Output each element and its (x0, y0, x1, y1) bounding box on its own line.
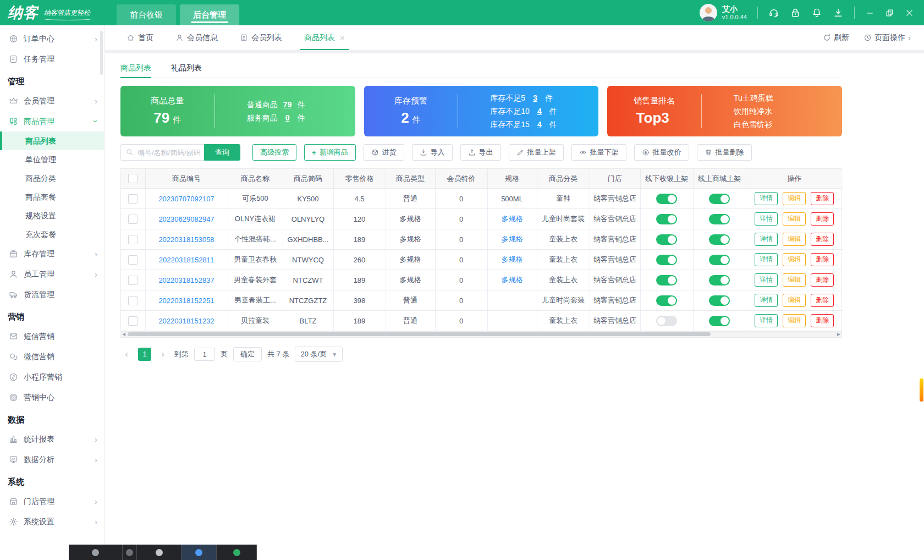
product-code-link[interactable]: 20220318152251 (158, 297, 214, 305)
detail-button[interactable]: 详情 (755, 273, 778, 287)
product-code-link[interactable]: 20220318153058 (158, 235, 214, 244)
sidebar-subitem-goods-combo[interactable]: 商品套餐 (0, 188, 104, 206)
row-checkbox[interactable] (128, 255, 138, 265)
tab-front-cashier[interactable]: 前台收银 (117, 4, 176, 25)
sidebar-item-sms-marketing[interactable]: 短信营销 (0, 326, 104, 347)
sidebar-item-system-setting[interactable]: 系统设置› (0, 512, 104, 532)
advanced-search-button[interactable]: 高级搜索 (252, 144, 296, 161)
offline-shelf-toggle[interactable] (656, 234, 677, 245)
edit-button[interactable]: 编辑 (783, 294, 806, 307)
scroll-left-icon[interactable]: ◀ (122, 332, 125, 337)
sidebar-item-miniapp-marketing[interactable]: 小程序营销 (0, 367, 104, 387)
delete-button[interactable]: 删除 (811, 233, 834, 246)
tab-backend-manage[interactable]: 后台管理 (180, 4, 239, 25)
sidebar-item-marketing-center[interactable]: 营销中心 (0, 387, 104, 408)
online-shelf-toggle[interactable] (709, 214, 730, 224)
spec-link[interactable]: 多规格 (502, 215, 523, 223)
add-goods-button[interactable]: +新增商品 (304, 144, 356, 161)
edit-button[interactable]: 编辑 (783, 314, 806, 327)
close-icon[interactable]: × (340, 33, 345, 42)
online-shelf-toggle[interactable] (709, 316, 730, 326)
avatar[interactable] (700, 4, 717, 21)
online-shelf-toggle[interactable] (709, 255, 730, 265)
taskbar-item[interactable] (182, 545, 217, 560)
taskbar-item[interactable] (217, 545, 257, 560)
scroll-right-icon[interactable]: ▶ (837, 332, 840, 337)
online-shelf-toggle[interactable] (709, 234, 730, 245)
lock-icon[interactable] (790, 7, 801, 18)
sidebar-subitem-goods-list[interactable]: 商品列表 (0, 131, 104, 150)
edit-button[interactable]: 编辑 (783, 273, 806, 287)
taskbar-item[interactable] (123, 545, 137, 560)
row-checkbox[interactable] (128, 235, 138, 244)
sidebar-item-task-manage[interactable]: 任务管理 (0, 49, 104, 69)
bulk-delete-button[interactable]: 批量删除 (697, 144, 752, 161)
delete-button[interactable]: 删除 (811, 314, 834, 327)
tab-goods-list[interactable]: 商品列表 (120, 59, 151, 78)
minimize-button[interactable] (865, 8, 875, 18)
customer-service-icon[interactable] (768, 7, 779, 18)
bulk-on-shelf-button[interactable]: 批量上架 (509, 144, 564, 161)
delete-button[interactable]: 删除 (811, 212, 834, 226)
row-checkbox[interactable] (128, 276, 138, 285)
delete-button[interactable]: 删除 (811, 253, 834, 266)
download-icon[interactable] (833, 7, 844, 18)
sidebar-item-logistics-manage[interactable]: 货流管理 (0, 284, 104, 305)
tab-goods-list[interactable]: 商品列表× (296, 25, 353, 50)
spec-link[interactable]: 多规格 (502, 235, 523, 243)
tab-member-info[interactable]: 会员信息 (167, 25, 226, 50)
sidebar-item-data-analysis[interactable]: 数据分析› (0, 449, 104, 470)
detail-button[interactable]: 详情 (755, 192, 778, 205)
tab-member-list[interactable]: 会员列表 (232, 25, 290, 50)
select-all-checkbox[interactable] (128, 174, 138, 183)
detail-button[interactable]: 详情 (755, 294, 778, 307)
bulk-off-shelf-button[interactable]: 批量下架 (571, 144, 626, 161)
sidebar-subitem-spec-setting[interactable]: 规格设置 (0, 206, 104, 225)
offline-shelf-toggle[interactable] (656, 194, 677, 204)
confirm-button[interactable]: 确定 (233, 347, 262, 361)
page-size-select[interactable]: 20 条/页 ▼ (295, 347, 343, 362)
bell-icon[interactable] (811, 7, 822, 18)
sidebar-item-member-manage[interactable]: 会员管理› (0, 91, 104, 111)
edit-button[interactable]: 编辑 (783, 233, 806, 246)
delete-button[interactable]: 删除 (811, 294, 834, 307)
search-button[interactable]: 查询 (204, 144, 240, 161)
page-number[interactable]: 1 (138, 348, 151, 361)
detail-button[interactable]: 详情 (755, 253, 778, 266)
edit-button[interactable]: 编辑 (783, 192, 806, 205)
offline-shelf-toggle[interactable] (656, 255, 677, 265)
export-button[interactable]: 导出 (460, 144, 501, 161)
sidebar-item-staff-manage[interactable]: 员工管理› (0, 264, 104, 284)
product-code-link[interactable]: 20220318152811 (159, 256, 214, 264)
import-button[interactable]: 导入 (412, 144, 453, 161)
purchase-button[interactable]: 进货 (364, 144, 404, 161)
taskbar-item[interactable] (137, 545, 182, 560)
sidebar-item-stats-report[interactable]: 统计报表› (0, 429, 104, 449)
sidebar-subitem-recharge-combo[interactable]: 充次套餐 (0, 225, 104, 244)
offline-shelf-toggle[interactable] (656, 275, 677, 286)
scrollbar-thumb[interactable] (128, 332, 711, 336)
goto-page-input[interactable] (194, 348, 215, 361)
row-checkbox[interactable] (128, 194, 138, 204)
spec-link[interactable]: 多规格 (502, 276, 523, 284)
row-checkbox[interactable] (128, 215, 138, 224)
sidebar-item-wechat-marketing[interactable]: 微信营销 (0, 347, 104, 367)
sidebar-scrollbar[interactable] (100, 31, 103, 75)
edit-button[interactable]: 编辑 (783, 253, 806, 266)
detail-button[interactable]: 详情 (755, 314, 778, 327)
offline-shelf-toggle[interactable] (656, 295, 677, 306)
row-checkbox[interactable] (128, 316, 138, 326)
close-button[interactable] (905, 8, 914, 18)
horizontal-scrollbar[interactable]: ◀ ▶ (120, 332, 842, 338)
sidebar-subitem-goods-category[interactable]: 商品分类 (0, 169, 104, 188)
product-code-link[interactable]: 20220318152837 (158, 276, 214, 284)
window-scrollbar-thumb[interactable] (920, 378, 923, 402)
sidebar-item-order-center[interactable]: 订单中心› (0, 29, 104, 49)
offline-shelf-toggle[interactable] (656, 214, 677, 224)
refresh-button[interactable]: 刷新 (823, 33, 849, 43)
online-shelf-toggle[interactable] (709, 275, 730, 286)
online-shelf-toggle[interactable] (709, 194, 730, 204)
tab-gift-list[interactable]: 礼品列表 (171, 59, 202, 78)
row-checkbox[interactable] (128, 296, 138, 305)
page-operations-button[interactable]: 页面操作 › (864, 33, 911, 43)
